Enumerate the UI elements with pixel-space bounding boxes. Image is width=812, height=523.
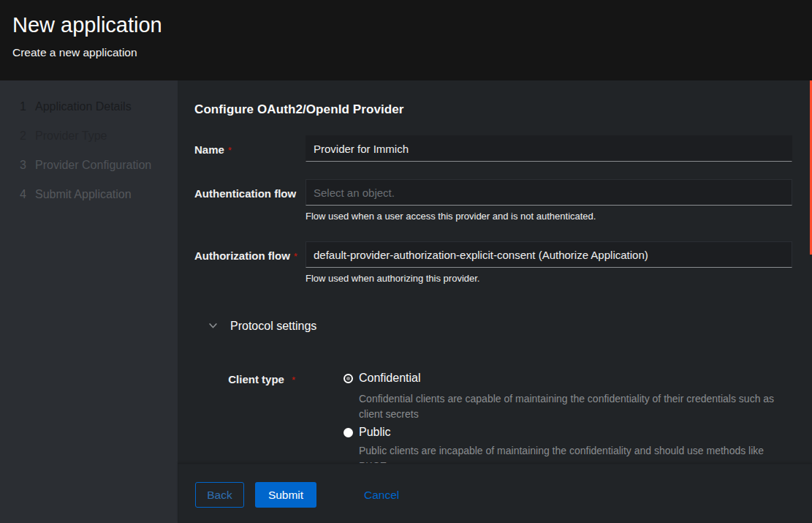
wizard-step-number: 2 xyxy=(20,129,35,143)
client-type-label: Client type* xyxy=(194,371,306,463)
client-type-option-public: Public Public clients are incapable of m… xyxy=(344,425,792,463)
protocol-settings-toggle[interactable]: Protocol settings xyxy=(194,319,792,334)
chevron-down-icon xyxy=(209,323,217,328)
form-row-authorization-flow: Authorization flow* Flow used when autho… xyxy=(194,241,792,285)
name-label: Name* xyxy=(194,135,306,162)
wizard-step-application-details[interactable]: 1 Application Details xyxy=(0,92,178,121)
radio-public-label: Public xyxy=(359,426,391,439)
form-row-client-type: Client type* Confidential Confidential c… xyxy=(194,371,792,463)
submit-button[interactable]: Submit xyxy=(255,482,316,508)
wizard-step-label: Application Details xyxy=(35,100,132,113)
page-header: New application Create a new application xyxy=(0,0,812,80)
authorization-flow-helper: Flow used when authorizing this provider… xyxy=(306,273,792,285)
page-subtitle: Create a new application xyxy=(12,46,794,59)
page-title: New application xyxy=(12,14,794,36)
wizard-step-label: Provider Configuration xyxy=(35,159,151,172)
wizard-step-number: 1 xyxy=(20,100,35,113)
protocol-settings-label: Protocol settings xyxy=(230,320,316,333)
radio-confidential-label: Confidential xyxy=(359,372,421,385)
authentication-flow-label: Authentication flow xyxy=(194,179,306,222)
required-asterisk: * xyxy=(228,145,232,156)
name-input[interactable] xyxy=(306,135,792,162)
authentication-flow-select[interactable] xyxy=(306,179,792,206)
client-type-radio-group: Confidential Confidential clients are ca… xyxy=(306,371,792,463)
authorization-flow-select[interactable] xyxy=(306,241,792,268)
radio-confidential[interactable] xyxy=(344,374,353,383)
content-heading: Configure OAuth2/OpenId Provider xyxy=(194,102,792,116)
client-type-option-confidential: Confidential Confidential clients are ca… xyxy=(344,371,792,422)
wizard-step-number: 4 xyxy=(20,188,35,201)
wizard-step-label: Provider Type xyxy=(35,129,107,143)
radio-public-desc: Public clients are incapable of maintain… xyxy=(359,443,768,463)
cancel-link[interactable]: Cancel xyxy=(364,482,399,508)
radio-public[interactable] xyxy=(344,428,353,437)
back-button[interactable]: Back xyxy=(195,482,244,508)
radio-confidential-desc: Confidential clients are capable of main… xyxy=(359,391,783,422)
wizard-nav: 1 Application Details 2 Provider Type 3 … xyxy=(0,80,178,523)
wizard-content: Configure OAuth2/OpenId Provider Name* A… xyxy=(178,80,812,463)
wizard-footer: Back Submit Cancel xyxy=(178,463,812,523)
authentication-flow-helper: Flow used when a user access this provid… xyxy=(306,211,792,222)
wizard-step-provider-configuration[interactable]: 3 Provider Configuration xyxy=(0,151,178,180)
wizard-step-submit-application[interactable]: 4 Submit Application xyxy=(0,180,178,209)
wizard-step-provider-type[interactable]: 2 Provider Type xyxy=(0,121,178,151)
wizard-step-label: Submit Application xyxy=(35,188,132,201)
form-row-name: Name* xyxy=(194,135,792,162)
required-asterisk: * xyxy=(292,375,295,385)
wizard-step-number: 3 xyxy=(20,159,35,172)
required-asterisk: * xyxy=(294,251,297,262)
authorization-flow-label: Authorization flow* xyxy=(194,241,306,285)
form-row-authentication-flow: Authentication flow Flow used when a use… xyxy=(194,179,792,222)
